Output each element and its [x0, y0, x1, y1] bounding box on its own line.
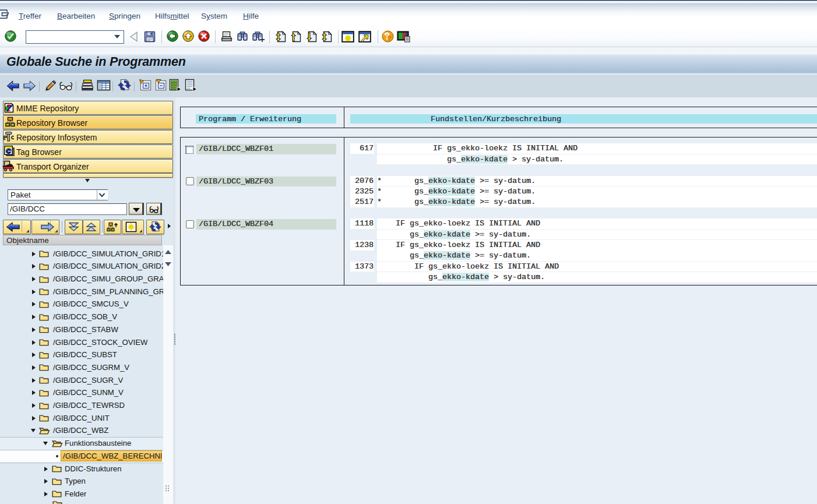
- svg-text:?: ?: [388, 34, 392, 43]
